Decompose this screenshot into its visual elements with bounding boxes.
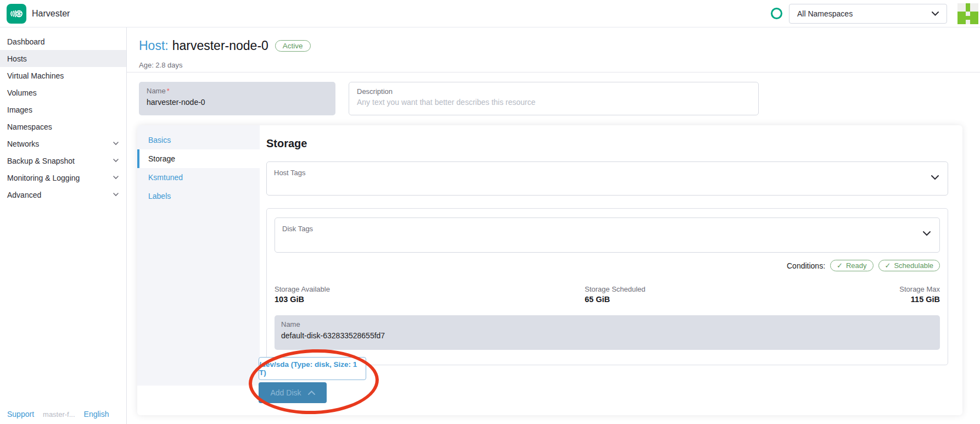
sidebar-item-volumes[interactable]: Volumes: [0, 84, 126, 101]
namespace-filter-value: All Namespaces: [797, 9, 853, 18]
name-field-label: Name: [147, 87, 166, 95]
condition-badge-schedulable: ✓ Schedulable: [878, 260, 940, 271]
stat-storage-max: Storage Max 115 GiB: [899, 285, 940, 304]
sidebar-footer: Support master-f... English: [7, 410, 109, 419]
stat-storage-scheduled: Storage Scheduled 65 GiB: [585, 285, 899, 304]
tab-storage[interactable]: Storage: [137, 149, 260, 168]
chevron-down-icon: [113, 142, 119, 146]
chevron-down-icon: [932, 12, 939, 16]
sidebar-item-backup-snapshot[interactable]: Backup & Snapshot: [0, 152, 126, 169]
sidebar: Dashboard Hosts Virtual Machines Volumes…: [0, 27, 127, 424]
host-tags-label: Host Tags: [274, 169, 306, 177]
harvester-logo-icon[interactable]: [7, 4, 26, 24]
description-input[interactable]: [357, 98, 751, 107]
sidebar-item-advanced[interactable]: Advanced: [0, 186, 126, 203]
tab-labels[interactable]: Labels: [137, 187, 260, 205]
disk-name-label: Name: [281, 320, 933, 328]
check-icon: ✓: [837, 261, 843, 270]
name-field: Name* harvester-node-0: [139, 82, 335, 115]
header-divider: [127, 72, 980, 72]
section-heading: Storage: [266, 137, 948, 150]
description-field-label: Description: [357, 87, 751, 96]
loading-ring-icon: [771, 8, 782, 19]
sidebar-item-networks[interactable]: Networks: [0, 135, 126, 152]
disk-name-value: default-disk-632833528655fd7: [281, 331, 933, 340]
language-link[interactable]: English: [84, 410, 109, 419]
user-avatar[interactable]: [957, 3, 978, 24]
condition-badge-ready: ✓ Ready: [830, 260, 873, 271]
status-badge: Active: [275, 40, 311, 52]
disk-panel: Disk Tags Conditions: ✓ Ready ✓ Schedula…: [266, 208, 948, 365]
resource-name: harvester-node-0: [172, 38, 268, 53]
check-icon: ✓: [885, 261, 891, 270]
sidebar-item-hosts[interactable]: Hosts: [0, 50, 126, 67]
tab-column: Basics Storage Ksmtuned Labels: [137, 125, 260, 386]
disk-tags-label: Disk Tags: [282, 225, 313, 233]
app-header: Harvester All Namespaces: [0, 0, 980, 27]
sidebar-item-virtual-machines[interactable]: Virtual Machines: [0, 67, 126, 84]
required-asterisk: *: [167, 87, 170, 95]
conditions-label: Conditions:: [787, 261, 825, 270]
brand-title: Harvester: [32, 0, 70, 27]
storage-tab-content: Storage Host Tags Disk Tags Conditions:: [260, 125, 962, 365]
description-field[interactable]: Description: [349, 82, 759, 115]
add-disk-button[interactable]: Add Disk: [259, 382, 327, 403]
page-title: Host: harvester-node-0 Active: [139, 38, 311, 53]
disk-option-dev-sda[interactable]: /dev/sda (Type: disk, Size: 1 T): [259, 357, 366, 380]
name-field-value: harvester-node-0: [147, 98, 328, 107]
namespace-filter-select[interactable]: All Namespaces: [789, 4, 947, 24]
disk-tags-select[interactable]: Disk Tags: [275, 217, 940, 253]
disk-name-field: Name default-disk-632833528655fd7: [275, 315, 940, 350]
sidebar-item-dashboard[interactable]: Dashboard: [0, 33, 126, 50]
main-content: Host: harvester-node-0 Active Age: 2.8 d…: [127, 27, 980, 424]
tab-ksmtuned[interactable]: Ksmtuned: [137, 168, 260, 187]
chevron-down-icon: [113, 176, 119, 180]
resource-type-link[interactable]: Host:: [139, 38, 169, 53]
support-link[interactable]: Support: [7, 410, 34, 419]
sidebar-item-monitoring-logging[interactable]: Monitoring & Logging: [0, 169, 126, 186]
stat-storage-available: Storage Available 103 GiB: [275, 285, 585, 304]
host-tags-select[interactable]: Host Tags: [266, 161, 948, 196]
chevron-down-icon: [931, 175, 939, 180]
version-label: master-f...: [43, 410, 75, 419]
chevron-down-icon: [113, 159, 119, 163]
conditions-row: Conditions: ✓ Ready ✓ Schedulable: [275, 260, 940, 271]
sidebar-item-namespaces[interactable]: Namespaces: [0, 118, 126, 135]
sidebar-item-images[interactable]: Images: [0, 101, 126, 118]
chevron-down-icon: [113, 193, 119, 197]
chevron-down-icon: [923, 231, 931, 236]
tab-basics[interactable]: Basics: [137, 131, 260, 149]
age-label: Age: 2.8 days: [139, 61, 183, 69]
chevron-up-icon: [308, 390, 315, 395]
storage-stats: Storage Available 103 GiB Storage Schedu…: [275, 285, 940, 304]
